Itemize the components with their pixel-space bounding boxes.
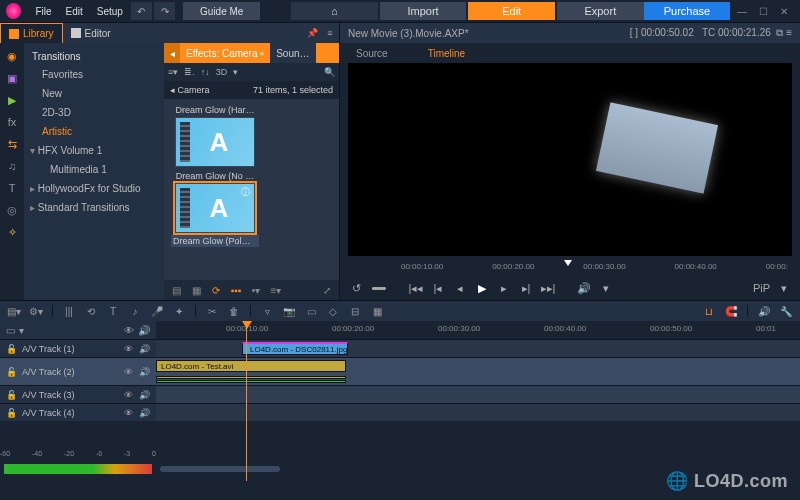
rail-bin-icon[interactable]: ▣ [5, 71, 19, 85]
effects-tab-camera[interactable]: Effects: Camera× [180, 43, 270, 63]
footer-btn-2[interactable]: ▦ [188, 283, 204, 297]
tree-item-multimedia[interactable]: Multimedia 1 [28, 161, 160, 178]
tl-link-icon[interactable]: ⟲ [83, 304, 99, 318]
guide-me-button[interactable]: Guide Me [183, 2, 260, 20]
tree-item-standard[interactable]: Standard Transitions [28, 199, 160, 216]
lock-icon[interactable]: 🔓 [6, 367, 16, 377]
tree-item-hollywood[interactable]: HollywoodFx for Studio [28, 180, 160, 197]
scrub-playhead[interactable] [561, 256, 569, 272]
tree-item-new[interactable]: New [28, 85, 160, 102]
lock-icon[interactable]: 🔓 [6, 408, 16, 418]
purchase-button[interactable]: Purchase [644, 2, 731, 20]
tab-export[interactable]: Export [557, 2, 644, 20]
rail-transitions-icon[interactable]: ⇆ [5, 137, 19, 151]
menu-setup[interactable]: Setup [91, 4, 129, 19]
go-start-icon[interactable]: |◂◂ [408, 282, 424, 295]
track-name[interactable]: A/V Track (1) [22, 344, 118, 354]
undo-button[interactable]: ↶ [131, 2, 152, 20]
pip-button[interactable]: PiP [753, 282, 770, 294]
rail-audio-icon[interactable]: ♫ [5, 159, 19, 173]
tl-snapshot-icon[interactable]: 📷 [281, 304, 297, 318]
tl-title-icon[interactable]: T [105, 304, 121, 318]
track-name[interactable]: A/V Track (4) [22, 408, 118, 418]
tree-item-artistic[interactable]: Artistic [28, 123, 160, 140]
clip-audio-line[interactable] [156, 376, 346, 379]
tl-voice-icon[interactable]: 🎤 [149, 304, 165, 318]
rail-title-icon[interactable]: T [5, 181, 19, 195]
speaker-icon[interactable]: 🔊 [139, 367, 150, 377]
tl-snap-icon[interactable]: 🧲 [723, 304, 739, 318]
redo-button[interactable]: ↷ [154, 2, 175, 20]
speaker-icon[interactable]: 🔊 [139, 408, 150, 418]
tab-import[interactable]: Import [380, 2, 467, 20]
footer-grid-icon[interactable]: ▪▪▪ [228, 283, 244, 297]
tl-trash-icon[interactable]: 🗑 [226, 304, 242, 318]
tl-music-icon[interactable]: ♪ [127, 304, 143, 318]
go-end-icon[interactable]: ▸▸| [540, 282, 556, 295]
effect-item[interactable]: Dream Glow (Har… A [170, 105, 260, 167]
tl-wrench-icon[interactable]: 🔧 [778, 304, 794, 318]
tab-editor[interactable]: Editor [63, 23, 119, 43]
close-icon[interactable]: ✕ [775, 4, 794, 18]
loop-icon[interactable]: ↺ [348, 282, 364, 295]
lock-icon[interactable]: 🔓 [6, 390, 16, 400]
tl-ducking-icon[interactable]: ✦ [171, 304, 187, 318]
effect-thumb-selected[interactable]: Aⓘ [175, 183, 255, 233]
eye-icon[interactable]: 👁 [124, 390, 133, 400]
rail-media-icon[interactable]: ▶ [5, 93, 19, 107]
tab-edit[interactable]: Edit [468, 2, 555, 20]
speaker-icon[interactable]: 🔊 [139, 344, 150, 354]
tl-track-icon[interactable]: ▭ [303, 304, 319, 318]
tl-tool-menu[interactable]: ▤▾ [6, 304, 22, 318]
tree-item-hfx[interactable]: HFX Volume 1 [28, 142, 160, 159]
eye-icon[interactable]: 👁 [124, 367, 133, 377]
step-fwd-icon[interactable]: ▸ [496, 282, 512, 295]
sort-icon[interactable]: ≡▾ [168, 67, 178, 77]
group-icon[interactable]: ↑↓ [201, 67, 210, 77]
track-lane[interactable] [156, 404, 800, 421]
speaker-icon[interactable]: 🔊 [139, 390, 150, 400]
breadcrumb-folder[interactable]: Camera [178, 85, 210, 95]
track-lane[interactable]: LO4D.com - DSC02811.jpg [156, 340, 800, 357]
clip-image[interactable]: LO4D.com - DSC02811.jpg [242, 342, 348, 355]
menu-edit[interactable]: Edit [60, 4, 89, 19]
timeline-ruler[interactable]: 00:00:10.00 00:00:20.00 00:00:30.00 00:0… [156, 321, 800, 339]
clip-video[interactable]: LO4D.com - Test.avi [156, 360, 346, 372]
scrub-bar[interactable]: 00:00:10.00 00:00:20.00 00:00:30.00 00:0… [348, 256, 792, 276]
tl-collapse-icon[interactable]: ▭ [6, 325, 15, 336]
tl-audio-scrub-icon[interactable]: 🔊 [756, 304, 772, 318]
timeline-zoom[interactable] [156, 460, 800, 478]
tl-magnet-icon[interactable]: ⊔ [701, 304, 717, 318]
info-icon[interactable]: ⓘ [241, 186, 250, 199]
tl-eye-master-icon[interactable]: 👁 [124, 325, 134, 336]
minimize-icon[interactable]: — [732, 4, 751, 18]
track-lane[interactable] [156, 386, 800, 403]
eye-icon[interactable]: 👁 [124, 408, 133, 418]
subtab-timeline[interactable]: Timeline [428, 48, 465, 59]
tree-item-2d3d[interactable]: 2D-3D [28, 104, 160, 121]
preview-canvas[interactable] [348, 63, 792, 256]
home-button[interactable]: ⌂ [291, 2, 378, 20]
filter-icon[interactable]: ≣. [184, 67, 195, 77]
effects-tab-sound[interactable]: Soun… [270, 43, 315, 63]
tl-speaker-master-icon[interactable]: 🔊 [138, 325, 150, 336]
clip-audio-line2[interactable] [156, 380, 346, 383]
menu-file[interactable]: File [29, 4, 57, 19]
subtab-source[interactable]: Source [356, 48, 388, 59]
jog-icon[interactable]: ••••••• [370, 282, 386, 294]
3d-toggle[interactable]: 3D [216, 67, 228, 77]
prev-frame-icon[interactable]: |◂ [430, 282, 446, 295]
eye-icon[interactable]: 👁 [124, 344, 133, 354]
panel-menu-icon[interactable]: ≡ [321, 25, 339, 41]
breadcrumb-back-icon[interactable]: ◂ [170, 85, 178, 95]
rail-palette-icon[interactable]: ◉ [5, 49, 19, 63]
preview-copy-icon[interactable]: ⧉ [776, 27, 783, 38]
footer-list-icon[interactable]: ≡▾ [268, 283, 284, 297]
tl-keyframe-icon[interactable]: ◇ [325, 304, 341, 318]
footer-expand-icon[interactable]: ⤢ [319, 283, 335, 297]
tab-library[interactable]: Library [0, 23, 63, 43]
preview-menu-icon[interactable]: ≡ [786, 27, 792, 38]
next-frame-icon[interactable]: ▸| [518, 282, 534, 295]
track-name[interactable]: A/V Track (3) [22, 390, 118, 400]
footer-size-icon[interactable]: •▾ [248, 283, 264, 297]
